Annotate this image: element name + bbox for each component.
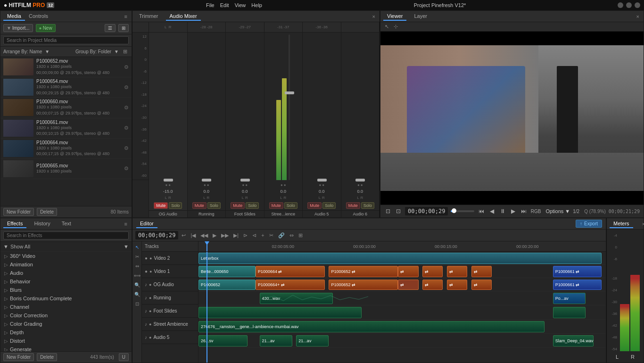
editor-btn-back[interactable]: ↩ — [180, 232, 187, 239]
menu-view[interactable]: View — [235, 2, 246, 8]
ch5-mute-btn[interactable]: Mute — [307, 202, 322, 209]
ch5-solo-btn[interactable]: Solo — [322, 202, 336, 209]
tool-slice[interactable]: ✂ — [133, 253, 141, 260]
ch6-mute-btn[interactable]: Mute — [346, 202, 360, 209]
media-item-1[interactable]: P1000654.mov 1920 x 1080 pixels 00;00;29… — [0, 77, 132, 98]
effects-item-channel[interactable]: ▷ Channel — [0, 303, 132, 311]
tab-media[interactable]: Media — [3, 12, 25, 21]
clip-p1000661-v1[interactable]: P1000661 ⇄ — [553, 266, 602, 277]
track-eye-street[interactable]: ♪ — [145, 322, 147, 327]
ch1-solo-btn[interactable]: Solo — [169, 202, 182, 209]
clip-v1-teal[interactable]: Bette...000650 — [198, 266, 256, 277]
editor-btn-delete[interactable]: ✂ — [268, 232, 275, 239]
tab-layer[interactable]: Layer — [410, 12, 431, 21]
media-settings-0[interactable]: ⚙ — [124, 64, 129, 70]
media-settings-4[interactable]: ⚙ — [124, 145, 129, 151]
clip-v1-orange-6[interactable]: ⇄ — [447, 266, 467, 277]
clip-v1-orange-5[interactable]: ⇄ — [422, 266, 443, 277]
editor-btn-next-frame[interactable]: ▶| — [232, 232, 240, 239]
clip-foot-slides[interactable] — [198, 307, 362, 318]
media-item-5[interactable]: P1000665.mov 1920 x 1080 pixels ⚙ — [0, 159, 132, 179]
tab-meters[interactable]: Meters — [610, 220, 633, 228]
clip-v1-orange-4[interactable]: ⇄ — [398, 266, 418, 277]
clip-og-audio-teal[interactable]: P1000652 — [198, 280, 256, 290]
import-button[interactable]: ▼ Import... — [3, 24, 33, 32]
clip-audio5-end[interactable]: Slam_Deep_04.wav — [553, 335, 594, 346]
clip-running-wav-end[interactable]: Po...av — [553, 293, 586, 304]
clip-og-audio-p1000652[interactable]: P1000652 ⇄ — [329, 280, 398, 290]
meters-panel-close[interactable]: × — [641, 221, 644, 227]
delete-effects-button[interactable]: Delete — [37, 353, 57, 361]
zoom-control[interactable]: Q (78.9%) — [584, 209, 606, 214]
track-eye-video1[interactable]: ● — [145, 269, 148, 274]
effects-search-input[interactable] — [3, 231, 129, 239]
clip-p1000652-v1[interactable]: P1000652 ⇄ — [329, 266, 398, 277]
tool-zoom-in[interactable]: 🔍 — [133, 281, 141, 289]
effects-item-behavior[interactable]: ▷ Behavior — [0, 277, 132, 286]
menu-file[interactable]: File — [206, 2, 215, 8]
menu-help[interactable]: Help — [251, 2, 262, 8]
tab-effects[interactable]: Effects — [3, 220, 26, 228]
track-eye-foot-slides[interactable]: ♪ — [145, 308, 147, 314]
media-panel-menu[interactable]: ≡ — [123, 13, 129, 20]
clip-audio5-2[interactable]: 21...av — [260, 335, 292, 346]
viewer-play[interactable]: ▶ — [510, 207, 517, 215]
list-view-btn[interactable]: ☰ — [105, 24, 116, 32]
viewer-tool-select[interactable]: ↖ — [383, 23, 390, 30]
viewer-play-back[interactable]: ◀ — [488, 207, 495, 215]
editor-btn-slip[interactable]: ⇔ — [288, 232, 295, 239]
media-settings-5[interactable]: ⚙ — [124, 165, 129, 172]
track-eye-audio5[interactable]: ♪ — [145, 335, 147, 340]
tab-history[interactable]: History — [30, 220, 54, 228]
ch4-mute-btn[interactable]: Mute — [269, 202, 283, 209]
ch6-fader-knob[interactable] — [355, 179, 365, 182]
effects-item-color-correction[interactable]: ▷ Color Correction — [0, 311, 132, 320]
export-button[interactable]: ↑ Export — [576, 220, 602, 228]
effects-item-distort[interactable]: ▷ Distort — [0, 337, 132, 345]
minimize-button[interactable] — [618, 2, 623, 8]
group-dropdown[interactable]: ▼ — [114, 49, 119, 54]
show-all-effects[interactable]: ▼ Show All ▼ — [0, 242, 132, 252]
tool-slip[interactable]: ⇔ — [133, 262, 141, 270]
editor-btn-mark-out[interactable]: ⊲ — [251, 232, 258, 239]
delete-media-button[interactable]: Delete — [37, 208, 57, 216]
clip-foot-slides-end[interactable] — [553, 307, 586, 318]
clip-og-audio-s7[interactable]: ⇄ — [471, 280, 492, 290]
ch1-mute-btn[interactable]: Mute — [154, 202, 168, 209]
effects-item-360[interactable]: ▷ 360° Video — [0, 252, 132, 260]
clip-audio5-3[interactable]: 21...av — [296, 335, 329, 346]
clip-v1-orange-7[interactable]: ⇄ — [471, 266, 492, 277]
center-panel-close[interactable]: × — [371, 13, 377, 20]
editor-btn-mark-in[interactable]: ⊳ — [242, 232, 249, 239]
ch5-fader-knob[interactable] — [317, 179, 327, 182]
clip-og-audio-s6[interactable]: ⇄ — [447, 280, 467, 290]
media-item-2[interactable]: P1000660.mov 1920 x 1080 pixels 00;00;07… — [0, 98, 132, 118]
editor-btn-link[interactable]: 🔗 — [277, 232, 286, 239]
effects-item-animation[interactable]: ▷ Animation — [0, 260, 132, 269]
menu-edit[interactable]: Edit — [220, 2, 229, 8]
clip-og-audio-blue[interactable]: P1000661 ⇄ — [553, 280, 602, 290]
clip-letterbox[interactable]: Letterbox — [198, 253, 602, 264]
arrange-dropdown[interactable]: ▼ — [45, 49, 50, 54]
clip-running-wav[interactable]: 430...wav — [260, 293, 333, 304]
maximize-button[interactable] — [626, 2, 632, 8]
media-settings-2[interactable]: ⚙ — [124, 105, 129, 111]
effects-panel-menu[interactable]: ≡ — [123, 221, 129, 227]
grid-view-btn[interactable]: ⊞ — [118, 24, 129, 32]
viewer-play-to-end[interactable]: ⏭ — [520, 207, 528, 215]
ch2-mute-btn[interactable]: Mute — [192, 202, 206, 209]
editor-btn-add[interactable]: + — [260, 232, 265, 239]
editor-btn-next[interactable]: ▶▶ — [220, 232, 230, 239]
editor-btn-play[interactable]: ▶ — [211, 232, 218, 239]
editor-btn-prev-frame[interactable]: |◀ — [189, 232, 197, 239]
tool-zoom-out[interactable]: 🔍 — [133, 290, 141, 298]
viewer-go-start[interactable]: ⏮ — [477, 207, 486, 215]
viewer-pause[interactable]: ⏸ — [498, 207, 507, 215]
editor-btn-ripple[interactable]: ⊞ — [297, 232, 304, 239]
ch2-solo-btn[interactable]: Solo — [207, 202, 221, 209]
effects-item-boris[interactable]: ▷ Boris Continuum Complete — [0, 294, 132, 303]
effects-item-depth[interactable]: ▷ Depth — [0, 328, 132, 337]
ch4-fader-knob[interactable] — [285, 91, 294, 94]
viewer-scrub-bar[interactable] — [451, 210, 474, 212]
track-eye-og-audio[interactable]: ♪ — [145, 282, 147, 287]
